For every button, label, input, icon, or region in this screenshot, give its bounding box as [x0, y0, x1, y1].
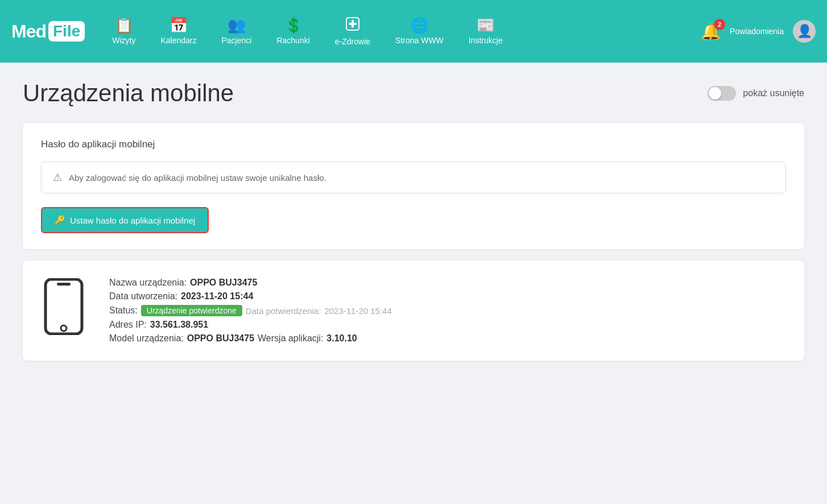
notification-bell[interactable]: 🔔 2: [701, 22, 721, 41]
nav-pacjenci-label: Pacjenci: [222, 36, 252, 45]
main-nav: 📋 Wizyty 📅 Kalendarz 👥 Pacjenci 💲 Rachun…: [102, 12, 695, 51]
password-section-title: Hasło do aplikacji mobilnej: [41, 139, 786, 150]
nav-instrukcje[interactable]: 📰 Instrukcje: [458, 13, 513, 49]
nav-strona-www[interactable]: 🌐 Strona WWW: [385, 13, 454, 49]
strona-www-icon: 🌐: [410, 18, 428, 32]
nav-e-zdrowie[interactable]: e-Zdrowie: [325, 12, 381, 51]
device-icon-area: [41, 278, 86, 343]
nav-rachunki[interactable]: 💲 Rachunki: [266, 13, 320, 49]
key-icon: 🔑: [55, 215, 65, 225]
kalendarz-icon: 📅: [169, 18, 188, 32]
header: Med File 📋 Wizyty 📅 Kalendarz 👥 Pacjenci…: [0, 0, 827, 63]
svg-point-5: [61, 325, 67, 331]
alert-text: Aby zalogować się do aplikacji mobilnej …: [69, 173, 326, 183]
ip-row: Adres IP: 33.561.38.951: [109, 320, 392, 330]
created-value: 2023-11-20 15:44: [181, 291, 253, 301]
nav-wizyty-label: Wizyty: [112, 36, 135, 45]
notification-badge: 2: [714, 19, 725, 30]
device-name-value: OPPO BUJ3475: [190, 278, 257, 288]
main-content: Urządzenia mobilne pokaż usunięte Hasło …: [0, 63, 827, 389]
instrukcje-icon: 📰: [477, 18, 495, 32]
warning-icon: ⚠: [53, 171, 62, 184]
nav-e-zdrowie-label: e-Zdrowie: [335, 37, 370, 46]
logo-med: Med: [11, 21, 46, 42]
version-label: Wersja aplikacji:: [258, 333, 323, 344]
password-card: Hasło do aplikacji mobilnej ⚠ Aby zalogo…: [23, 123, 804, 249]
device-card: Nazwa urządzenia: OPPO BUJ3475 Data utwo…: [23, 261, 804, 361]
svg-rect-4: [57, 283, 71, 286]
mobile-device-icon: [41, 289, 86, 346]
model-value: OPPO BUJ3475: [187, 333, 254, 344]
svg-rect-2: [349, 23, 357, 25]
model-label: Model urządzenia:: [109, 333, 184, 344]
logo-box: File: [48, 21, 85, 42]
show-deleted-toggle[interactable]: [708, 86, 736, 101]
page-title: Urządzenia mobilne: [23, 80, 234, 107]
toggle-knob: [709, 87, 721, 100]
created-label: Data utworzenia:: [109, 291, 177, 301]
status-label: Status:: [109, 305, 138, 316]
wizyty-icon: 📋: [115, 18, 133, 32]
alert-box: ⚠ Aby zalogować się do aplikacji mobilne…: [41, 162, 786, 193]
status-badge: Urządzenie potwierdzone: [141, 305, 242, 316]
device-name-row: Nazwa urządzenia: OPPO BUJ3475: [109, 278, 392, 288]
device-name-label: Nazwa urządzenia:: [109, 278, 187, 288]
confirm-date-label: Data potwierdzenia:: [246, 306, 321, 316]
status-row: Status: Urządzenie potwierdzone Data pot…: [109, 305, 392, 316]
device-details: Nazwa urządzenia: OPPO BUJ3475 Data utwo…: [109, 278, 392, 344]
pacjenci-icon: 👥: [228, 18, 246, 32]
logo[interactable]: Med File: [11, 21, 85, 42]
nav-instrukcje-label: Instrukcje: [469, 36, 503, 45]
nav-rachunki-label: Rachunki: [276, 36, 309, 45]
powiadomienia-label: Powiadomienia: [730, 27, 784, 36]
ip-label: Adres IP:: [109, 320, 147, 330]
logo-file: File: [53, 22, 80, 40]
created-date-row: Data utworzenia: 2023-11-20 15:44: [109, 291, 392, 301]
rachunki-icon: 💲: [284, 18, 303, 32]
nav-wizyty[interactable]: 📋 Wizyty: [102, 13, 146, 49]
set-password-button[interactable]: 🔑 Ustaw hasło do aplikacji mobilnej: [41, 207, 209, 233]
nav-kalendarz-label: Kalendarz: [160, 36, 196, 45]
ip-value: 33.561.38.951: [150, 320, 208, 330]
e-zdrowie-icon: [345, 16, 360, 34]
version-value: 3.10.10: [326, 333, 357, 344]
header-right: 🔔 2 Powiadomienia 👤: [701, 20, 816, 43]
toggle-area: pokaż usunięte: [708, 86, 804, 101]
toggle-label: pokaż usunięte: [743, 88, 804, 98]
nav-strona-www-label: Strona WWW: [395, 36, 444, 45]
set-password-label: Ustaw hasło do aplikacji mobilnej: [70, 216, 195, 225]
user-avatar[interactable]: 👤: [793, 20, 816, 43]
confirm-date-value: 2023-11-20 15:44: [324, 306, 391, 316]
nav-kalendarz[interactable]: 📅 Kalendarz: [150, 13, 206, 49]
nav-pacjenci[interactable]: 👥 Pacjenci: [212, 13, 262, 49]
model-row: Model urządzenia: OPPO BUJ3475 Wersja ap…: [109, 333, 392, 344]
page-header: Urządzenia mobilne pokaż usunięte: [23, 80, 804, 107]
